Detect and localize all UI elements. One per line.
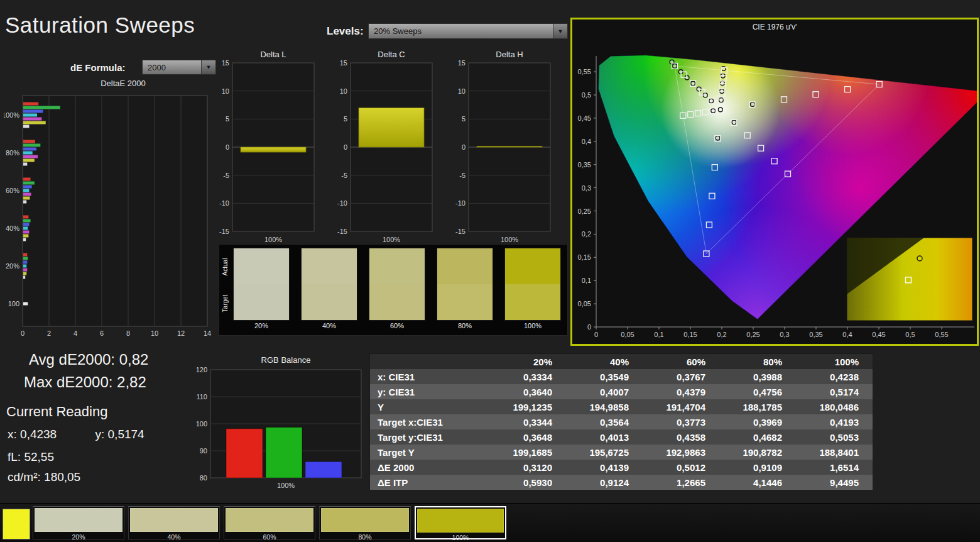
svg-text:0: 0 bbox=[587, 323, 591, 331]
delta-bar bbox=[477, 147, 542, 148]
svg-text:15: 15 bbox=[458, 60, 466, 67]
swatch-strip-items: 20%40%60%80%100% bbox=[219, 245, 567, 335]
delta-h-chart-panel[interactable]: Delta H 151050-5-10-15100% bbox=[450, 49, 557, 245]
patch-tile[interactable]: 40% bbox=[128, 506, 220, 539]
patch-tile[interactable]: 20% bbox=[33, 506, 124, 539]
svg-text:90: 90 bbox=[200, 447, 207, 455]
patch-tile[interactable]: 100% bbox=[415, 506, 506, 539]
svg-text:100%: 100% bbox=[501, 236, 518, 243]
de-bar bbox=[23, 257, 28, 260]
svg-text:100%: 100% bbox=[264, 236, 282, 243]
chevron-down-icon[interactable]: ▼ bbox=[553, 24, 567, 38]
svg-text:100%: 100% bbox=[383, 236, 400, 243]
svg-text:0,35: 0,35 bbox=[578, 161, 591, 169]
deltae2000-chart-title: DeltaE 2000 bbox=[4, 78, 186, 89]
table-cell: 0,4007 bbox=[566, 384, 643, 399]
de-bar bbox=[23, 185, 32, 189]
delta-l-chart: 151050-5-10-15100% bbox=[214, 60, 320, 246]
rgb-bar bbox=[266, 428, 302, 478]
table-cell: 0,5053 bbox=[796, 429, 873, 445]
svg-text:20%: 20% bbox=[6, 262, 19, 270]
de-bar bbox=[23, 201, 26, 204]
svg-text:10: 10 bbox=[151, 329, 158, 336]
svg-text:6: 6 bbox=[100, 329, 104, 336]
de-bar bbox=[23, 235, 28, 238]
measured-point bbox=[673, 64, 677, 69]
rgb-balance-chart-title: RGB Balance bbox=[192, 355, 361, 366]
deltae2000-chart-panel[interactable]: DeltaE 2000 02468101214100%80%60%40%20%1… bbox=[4, 78, 215, 337]
y-value: 0,5174 bbox=[108, 428, 144, 441]
table-cell: 0,5174 bbox=[796, 384, 873, 399]
page-title: Saturation Sweeps bbox=[5, 13, 195, 38]
table-cell: 0,3988 bbox=[719, 369, 796, 384]
de-bar bbox=[23, 155, 38, 158]
svg-text:0,1: 0,1 bbox=[654, 331, 663, 338]
max-de2000-label: Max dE2000: bbox=[24, 373, 112, 390]
delta-bar bbox=[241, 147, 306, 152]
de-bar bbox=[23, 268, 27, 272]
cdm2-reading: cd/m²: 180,05 bbox=[8, 470, 80, 484]
actual-swatch bbox=[505, 248, 560, 284]
cie-diagram-panel[interactable]: 00,050,10,150,20,250,30,350,40,450,50,55… bbox=[570, 18, 979, 346]
svg-text:-5: -5 bbox=[223, 172, 229, 179]
actual-target-swatch bbox=[233, 248, 290, 321]
de-bar bbox=[23, 272, 26, 275]
patch-color bbox=[130, 508, 218, 532]
table-cell: 0,4139 bbox=[566, 460, 643, 475]
svg-text:0,2: 0,2 bbox=[582, 230, 591, 238]
table-row-label: x: CIE31 bbox=[370, 369, 490, 384]
table-row: Target y:CIE310,36480,40130,43580,46820,… bbox=[370, 429, 873, 445]
table-row: Target x:CIE310,33440,35640,37730,39690,… bbox=[370, 414, 873, 429]
delta-l-chart-panel[interactable]: Delta L 151050-5-10-15100% bbox=[214, 49, 320, 245]
de-bar bbox=[23, 302, 28, 306]
table-cell: 1,2665 bbox=[643, 475, 719, 490]
bottom-bar: 20%40%60%80%100% ▲ ■ ▶ ● ∞ « Back Next » bbox=[0, 503, 980, 542]
svg-text:120: 120 bbox=[196, 366, 207, 373]
table-row-label: Y bbox=[370, 399, 490, 414]
svg-text:2: 2 bbox=[47, 329, 51, 336]
table-cell: 1,6514 bbox=[796, 460, 873, 475]
target-swatch bbox=[437, 284, 493, 320]
table-row: Target Y199,1685195,6725192,9863190,8782… bbox=[370, 445, 873, 460]
patch-label: 100% bbox=[416, 534, 505, 541]
actual-target-swatch bbox=[301, 248, 357, 321]
patch-tile[interactable]: 80% bbox=[319, 506, 411, 539]
de-formula-dropdown[interactable]: 2000 ▼ bbox=[142, 60, 216, 75]
svg-text:0: 0 bbox=[21, 329, 24, 336]
svg-text:-10: -10 bbox=[219, 199, 229, 207]
de-bar bbox=[23, 144, 40, 147]
swatch-label: 100% bbox=[504, 322, 561, 329]
svg-text:15: 15 bbox=[340, 60, 347, 67]
svg-text:-10: -10 bbox=[337, 199, 347, 207]
delta-c-chart-panel[interactable]: Delta C 151050-5-10-15100% bbox=[332, 49, 438, 245]
rgb-bar bbox=[226, 429, 263, 478]
de-bar bbox=[23, 118, 41, 121]
measured-point bbox=[732, 120, 736, 124]
table-row-label: y: CIE31 bbox=[370, 384, 490, 399]
swatch-label: 20% bbox=[233, 322, 290, 329]
svg-text:-15: -15 bbox=[219, 228, 229, 235]
table-col-header: 40% bbox=[566, 354, 643, 370]
table-col-header: 20% bbox=[489, 354, 566, 370]
delta-h-chart-title: Delta H bbox=[450, 49, 550, 60]
svg-text:0,15: 0,15 bbox=[578, 253, 591, 261]
svg-text:0: 0 bbox=[462, 143, 466, 151]
patch-tile[interactable]: 60% bbox=[224, 506, 315, 539]
delta-bar bbox=[359, 108, 424, 147]
table-cell: 199,1235 bbox=[489, 399, 566, 414]
current-reading-heading: Current Reading bbox=[6, 404, 107, 420]
svg-text:5: 5 bbox=[226, 115, 229, 123]
table-cell: 0,4193 bbox=[796, 414, 873, 429]
de-bar bbox=[23, 231, 29, 234]
table-cell: 0,4358 bbox=[643, 429, 719, 445]
table-cell: 190,8782 bbox=[719, 445, 796, 460]
avg-de2000-reading: Avg dE2000: 0,82 bbox=[29, 351, 148, 368]
svg-text:10: 10 bbox=[222, 87, 229, 95]
table-row: Y199,1235194,9858191,4704188,1785180,048… bbox=[370, 399, 873, 414]
table-row-label: Target y:CIE31 bbox=[370, 429, 490, 445]
rgb-balance-chart-panel[interactable]: RGB Balance 1201101009080100% bbox=[192, 355, 368, 490]
actual-swatch bbox=[302, 248, 357, 284]
levels-dropdown[interactable]: 20% Sweeps ▼ bbox=[368, 23, 568, 39]
svg-text:0,45: 0,45 bbox=[578, 114, 591, 122]
table-cell: 0,3969 bbox=[719, 414, 796, 429]
